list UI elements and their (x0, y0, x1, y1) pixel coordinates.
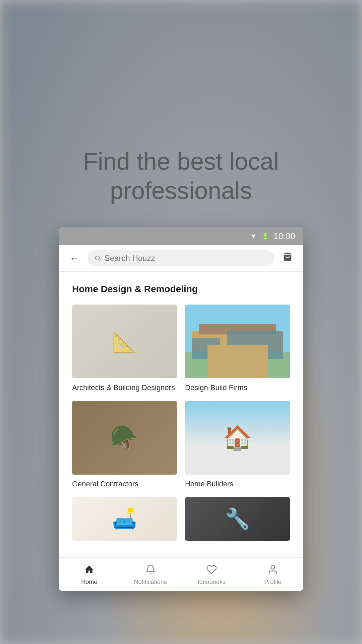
architects-label: Architects & Building Designers (72, 383, 175, 392)
battery-icon: 🔋 (261, 232, 269, 240)
ideabooks-icon (206, 564, 217, 577)
cart-button[interactable] (280, 249, 295, 267)
list-item[interactable] (72, 497, 177, 545)
ideabooks-label: Ideabooks (198, 579, 226, 586)
profile-label: Profile (264, 579, 281, 586)
cart-icon (283, 252, 293, 262)
svg-rect-8 (227, 331, 283, 359)
list-item[interactable]: General Contractors (72, 401, 177, 489)
nav-notifications[interactable]: Notifications (120, 564, 181, 586)
contractors-label: General Contractors (72, 480, 138, 488)
dark-image (185, 497, 290, 541)
svg-line-1 (99, 260, 101, 261)
notifications-label: Notifications (134, 579, 167, 586)
bottom-navigation: Home Notifications Ideabooks (59, 557, 303, 591)
architects-image (72, 305, 177, 378)
phone-frame: ▼ 🔋 10:00 ← Hom (59, 227, 303, 591)
svg-rect-7 (192, 338, 220, 359)
design-build-label: Design-Build Firms (185, 383, 247, 392)
wifi-icon: ▼ (250, 232, 257, 240)
home-label: Home (81, 579, 97, 586)
search-input[interactable] (105, 254, 268, 263)
profile-icon (267, 564, 278, 577)
builders-label: Home Builders (185, 480, 233, 488)
interior-image (72, 497, 177, 541)
back-button[interactable]: ← (67, 250, 82, 267)
nav-home[interactable]: Home (59, 564, 120, 586)
hero-section: Find the best local professionals (64, 147, 298, 205)
nav-profile[interactable]: Profile (242, 564, 304, 586)
builders-image (185, 401, 290, 475)
contractors-image (72, 401, 177, 475)
search-box[interactable] (87, 250, 275, 266)
main-content: Home Design & Remodeling Architects & Bu… (59, 272, 303, 557)
nav-ideabooks[interactable]: Ideabooks (181, 564, 242, 586)
section-title: Home Design & Remodeling (72, 284, 290, 294)
top-bar: ← (59, 245, 303, 272)
search-icon (94, 255, 101, 262)
svg-point-0 (95, 256, 99, 260)
list-item[interactable]: Home Builders (185, 401, 290, 489)
hero-title: Find the best local professionals (64, 147, 298, 205)
list-item[interactable]: Architects & Building Designers (72, 305, 177, 393)
home-icon (84, 564, 95, 577)
list-item[interactable] (185, 497, 290, 545)
design-build-image (185, 305, 290, 378)
svg-point-9 (271, 566, 275, 569)
list-item[interactable]: Design-Build Firms (185, 305, 290, 393)
clock: 10:00 (274, 231, 295, 241)
status-bar: ▼ 🔋 10:00 (59, 227, 303, 245)
category-grid: Architects & Building Designers (72, 305, 290, 545)
notifications-icon (145, 564, 156, 577)
